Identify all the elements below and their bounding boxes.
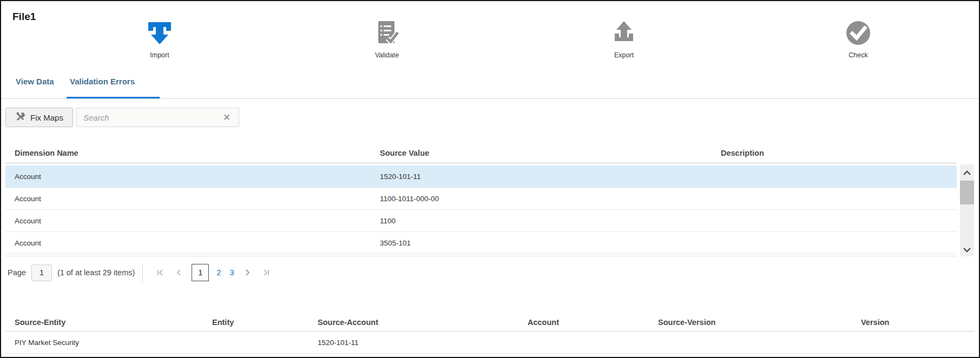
column-source-entity: Source-Entity bbox=[15, 318, 212, 327]
cell-source-value: 1100 bbox=[380, 217, 721, 225]
cell-source-value: 1520-101-11 bbox=[380, 173, 721, 181]
tabs-divider bbox=[1, 98, 979, 99]
pagination-divider bbox=[142, 263, 143, 282]
cell-dimension: Account bbox=[15, 217, 380, 225]
column-entity: Entity bbox=[212, 318, 318, 327]
tools-icon bbox=[15, 111, 25, 123]
tab-validation-errors[interactable]: Validation Errors bbox=[70, 77, 135, 86]
page-title: File1 bbox=[12, 11, 36, 23]
scroll-down-icon[interactable] bbox=[960, 244, 974, 255]
page-link-2[interactable]: 2 bbox=[216, 268, 221, 277]
upload-icon bbox=[586, 18, 662, 48]
page-label: Page bbox=[8, 268, 26, 277]
cell-source-value: 3505-101 bbox=[380, 239, 721, 247]
next-page-icon[interactable] bbox=[243, 268, 252, 277]
import-label: Import bbox=[122, 51, 198, 59]
import-download-icon bbox=[122, 18, 198, 48]
previous-page-icon[interactable] bbox=[175, 268, 183, 277]
page-link-3[interactable]: 3 bbox=[229, 268, 234, 277]
import-button[interactable]: Import bbox=[122, 18, 198, 59]
column-version: Version bbox=[861, 318, 975, 327]
cell-source-account: 1520-101-11 bbox=[318, 339, 528, 347]
check-button[interactable]: Check bbox=[820, 18, 896, 59]
current-page[interactable]: 1 bbox=[192, 264, 209, 281]
validate-label: Validate bbox=[349, 51, 425, 59]
column-source-value: Source Value bbox=[380, 149, 721, 157]
table-row[interactable]: Account 1520-101-11 bbox=[5, 165, 957, 188]
pagination-bar: Page (1 of at least 29 items) 1 2 3 bbox=[8, 261, 275, 284]
mapping-table-header: Source-Entity Entity Source-Account Acco… bbox=[5, 314, 975, 332]
scrollbar-thumb[interactable] bbox=[960, 181, 974, 204]
cell-dimension: Account bbox=[15, 195, 380, 203]
workbench-window: File1 Import Validate bbox=[0, 0, 980, 358]
table-row[interactable]: Account 1100-1011-000-00 bbox=[5, 188, 957, 210]
tab-view-data[interactable]: View Data bbox=[16, 77, 54, 86]
pagination-summary: (1 of at least 29 items) bbox=[57, 268, 135, 277]
column-source-account: Source-Account bbox=[318, 318, 528, 327]
document-check-icon bbox=[349, 18, 425, 48]
column-account: Account bbox=[528, 318, 658, 327]
search-clear-icon[interactable]: ✕ bbox=[221, 113, 232, 122]
fix-maps-button[interactable]: Fix Maps bbox=[5, 108, 73, 127]
export-label: Export bbox=[586, 51, 662, 59]
export-button[interactable]: Export bbox=[586, 18, 662, 59]
table-row[interactable]: Account 3505-101 bbox=[5, 232, 957, 254]
mapping-table-row[interactable]: PIY Market Security 1520-101-11 bbox=[5, 332, 975, 354]
search-box: ✕ bbox=[76, 108, 239, 127]
errors-table-header: Dimension Name Source Value Description bbox=[5, 143, 957, 163]
errors-table-body: Account 1520-101-11 Account 1100-1011-00… bbox=[5, 163, 957, 256]
column-source-version: Source-Version bbox=[658, 318, 861, 327]
cell-source-entity: PIY Market Security bbox=[15, 339, 212, 347]
table-row[interactable]: Account 1100 bbox=[5, 210, 957, 232]
cell-dimension: Account bbox=[15, 239, 380, 247]
check-label: Check bbox=[820, 51, 896, 59]
fix-maps-label: Fix Maps bbox=[30, 113, 63, 122]
cell-source-value: 1100-1011-000-00 bbox=[380, 195, 721, 203]
search-input[interactable] bbox=[83, 113, 221, 122]
circle-check-icon bbox=[820, 18, 896, 48]
first-page-icon[interactable] bbox=[156, 268, 165, 277]
column-dimension-name: Dimension Name bbox=[15, 149, 380, 157]
column-description: Description bbox=[721, 149, 957, 157]
cell-dimension: Account bbox=[15, 173, 380, 181]
validate-button[interactable]: Validate bbox=[349, 18, 425, 59]
page-number-input[interactable] bbox=[31, 264, 52, 281]
vertical-scrollbar[interactable] bbox=[960, 164, 974, 256]
scroll-up-icon[interactable] bbox=[960, 168, 974, 178]
last-page-icon[interactable] bbox=[261, 268, 270, 277]
